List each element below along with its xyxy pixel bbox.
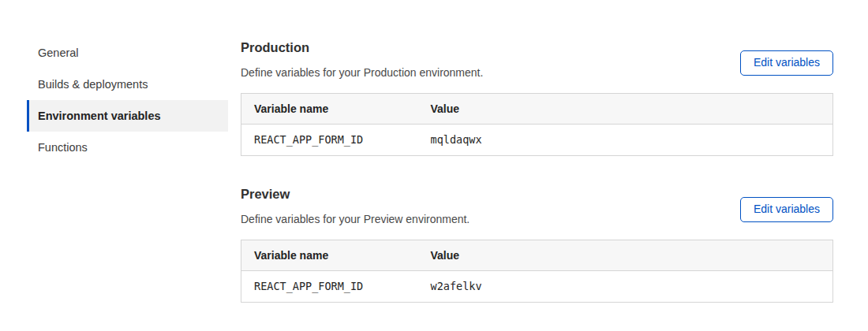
column-header-value: Value — [418, 94, 833, 125]
table-row: REACT_APP_FORM_ID mqldaqwx — [241, 125, 833, 156]
production-edit-variables-button[interactable]: Edit variables — [740, 50, 833, 76]
settings-sidebar: General Builds & deployments Environment… — [0, 0, 228, 303]
table-header-row: Variable name Value — [241, 94, 833, 125]
production-variables-table: Variable name Value REACT_APP_FORM_ID mq… — [241, 93, 833, 156]
variable-name-cell: REACT_APP_FORM_ID — [241, 125, 418, 156]
sidebar-item-builds-deployments[interactable]: Builds & deployments — [27, 69, 228, 100]
column-header-variable-name: Variable name — [241, 240, 418, 271]
variable-name-cell: REACT_APP_FORM_ID — [241, 271, 418, 303]
table-row: REACT_APP_FORM_ID w2afelkv — [241, 271, 833, 303]
preview-section: Preview Define variables for your Previe… — [241, 186, 833, 303]
sidebar-item-functions[interactable]: Functions — [27, 132, 228, 163]
variable-value-cell: mqldaqwx — [418, 125, 833, 156]
column-header-variable-name: Variable name — [241, 94, 418, 125]
environment-variables-panel: Production Define variables for your Pro… — [241, 0, 833, 303]
sidebar-item-general[interactable]: General — [27, 37, 228, 69]
column-header-value: Value — [418, 240, 833, 271]
preview-edit-variables-button[interactable]: Edit variables — [740, 197, 833, 222]
variable-value-cell: w2afelkv — [418, 271, 833, 303]
settings-page: General Builds & deployments Environment… — [0, 0, 868, 303]
preview-variables-table: Variable name Value REACT_APP_FORM_ID w2… — [241, 240, 833, 303]
production-section: Production Define variables for your Pro… — [241, 39, 833, 156]
sidebar-item-environment-variables[interactable]: Environment variables — [27, 100, 228, 132]
table-header-row: Variable name Value — [241, 240, 833, 271]
sidebar-list: General Builds & deployments Environment… — [27, 37, 228, 163]
